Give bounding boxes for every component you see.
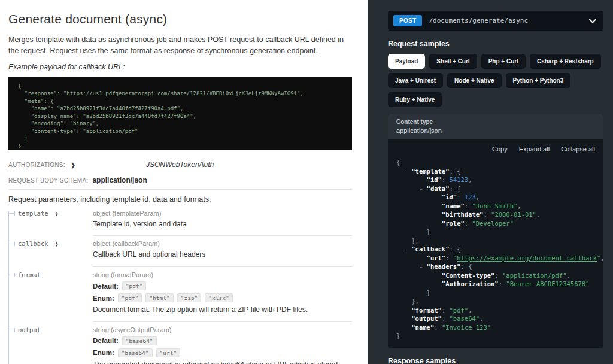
tab-java-unirest[interactable]: Java + Unirest [388,73,443,88]
chevron-right-icon: ❯ [55,211,58,217]
endpoint-bar[interactable]: POST /documents/generate/async [388,11,603,31]
enum-value-chip: "html" [145,293,173,302]
param-description: Document format. The zip option will ret… [93,305,344,315]
param-type: string (asyncOutputParam) [93,326,352,333]
http-method-badge: POST [393,15,422,26]
request-sample-tabs: Payload Shell + Curl Php + Curl Csharp +… [388,54,603,107]
param-name-format: format [8,267,93,322]
request-samples-heading: Request samples [388,40,603,48]
param-default-row: Default: "pdf" [93,281,352,290]
content-type-label: Content type [396,119,595,125]
collapse-all-button[interactable]: Collapse all [561,145,595,153]
param-row-callback: callback ❯ object (callbackParam) Callba… [8,236,352,267]
request-body-schema-row: REQUEST BODY SCHEMA: application/json [8,176,352,184]
callback-example-code: { "response": "https://us1.pdfgeneratora… [8,77,352,150]
params-intro: Request parameters, including template i… [8,195,352,204]
param-row-output: output string (asyncOutputParam) Default… [8,322,352,364]
params-table: template ❯ object (templateParam) Templa… [8,205,352,364]
enum-value-chip: "base64" [118,348,153,357]
authorizations-row[interactable]: AUTHORIZATIONS: ❯ JSONWebTokenAuth [8,159,352,169]
param-name-callback[interactable]: callback ❯ [8,236,93,267]
enum-value-chip: "url" [156,348,181,357]
example-caption: Example payload for callback URL: [8,63,352,71]
param-type: object (callbackParam) [93,240,352,247]
param-row-format: format string (formatParam) Default: "pd… [8,267,352,322]
enum-value-chip: "pdf" [118,293,142,302]
param-type: string (formatParam) [93,271,352,278]
param-description: Callback URL and optional headers [93,250,344,260]
param-default-row: Default: "base64" [93,336,352,345]
expand-all-button[interactable]: Expand all [519,145,550,153]
enum-value-chip: "xlsx" [205,293,232,302]
page-title: Generate document (async) [8,12,352,26]
tab-php-curl[interactable]: Php + Curl [481,54,526,69]
request-sample-code: { - "template": { "id": 54123, - "data":… [388,157,603,341]
param-name-output: output [8,322,93,364]
chevron-down-icon [589,19,596,23]
param-enum-row: Enum: "base64" "url" [93,348,352,357]
default-value-chip: "base64" [122,336,157,345]
tab-payload[interactable]: Payload [388,54,425,69]
param-row-template: template ❯ object (templateParam) Templa… [8,205,352,236]
param-name-template[interactable]: template ❯ [8,205,93,236]
chevron-right-icon: ❯ [55,241,58,247]
schema-divider [8,189,352,190]
content-type-select[interactable]: Content type application/json [388,114,603,139]
authorizations-value: JSONWebTokenAuth [146,160,214,169]
content-type-value: application/json [396,127,595,134]
authorizations-label: AUTHORIZATIONS: [8,162,65,169]
chevron-right-icon: ❯ [71,162,75,168]
endpoint-description: Merges template with data as asynchronou… [8,34,345,57]
callback-url-link[interactable]: https://example.org/document-callback [457,254,597,262]
endpoint-path: /documents/generate/async [429,17,528,25]
tab-csharp-restsharp[interactable]: Csharp + Restsharp [530,54,601,69]
tab-node-native[interactable]: Node + Native [447,73,501,88]
param-enum-row: Enum: "pdf" "html" "zip" "xlsx" [93,293,352,302]
param-description: Template id, version and data [93,219,344,229]
schema-value: application/json [92,176,147,184]
copy-button[interactable]: Copy [492,145,508,153]
default-value-chip: "pdf" [122,281,147,290]
code-actions: Copy Expand all Collapse all [388,139,603,157]
response-samples-heading: Response samples [388,357,603,364]
request-sample-panel: Content type application/json Copy Expan… [388,114,603,348]
tab-python-python3[interactable]: Python + Python3 [506,73,571,88]
enum-value-chip: "zip" [177,293,202,302]
param-type: object (templateParam) [93,210,352,217]
tab-shell-curl[interactable]: Shell + Curl [429,54,477,69]
samples-pane: POST /documents/generate/async Request s… [368,0,613,364]
schema-label: REQUEST BODY SCHEMA: [8,177,88,184]
doc-content-pane: Generate document (async) Merges templat… [0,0,368,364]
param-description: The generated document is returned as ba… [93,360,344,364]
tab-ruby-native[interactable]: Ruby + Native [388,92,442,107]
